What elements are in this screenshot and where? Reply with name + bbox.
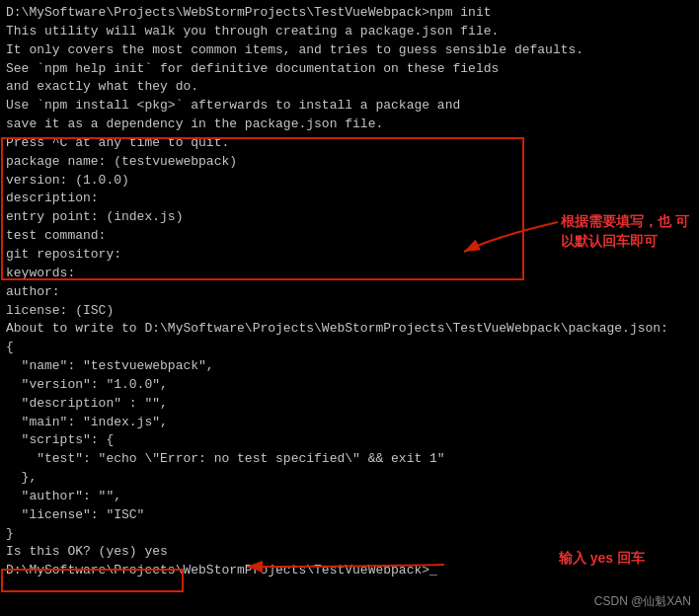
top-annotation: 根据需要填写，也 可以默认回车即可 [561, 212, 689, 251]
terminal-line: }, [6, 469, 693, 488]
terminal-window: D:\MySoftware\Projects\WebStormProjects\… [0, 0, 699, 616]
terminal-line: Use `npm install <pkg>` afterwards to in… [6, 97, 693, 116]
terminal-line: This utility will walk you through creat… [6, 23, 693, 41]
terminal-line: About to write to D:\MySoftware\Projects… [6, 320, 693, 339]
terminal-line: author: [6, 283, 693, 302]
terminal-line: { [6, 339, 693, 357]
terminal-line: license: (ISC) [6, 302, 693, 321]
terminal-line: "description" : "", [6, 395, 693, 414]
terminal-line: See `npm help init` for definitive docum… [6, 60, 693, 79]
terminal-line: save it as a dependency in the package.j… [6, 116, 693, 134]
terminal-line: "scripts": { [6, 431, 693, 450]
terminal-line: "version": "1.0.0", [6, 376, 693, 395]
bottom-annotation: 输入 yes 回车 [559, 549, 645, 569]
terminal-line: D:\MySoftware\Projects\WebStormProjects\… [6, 4, 693, 23]
terminal-line: It only covers the most common items, an… [6, 41, 693, 60]
terminal-output: D:\MySoftware\Projects\WebStormProjects\… [6, 4, 693, 580]
terminal-line: "name": "testvuewebpack", [6, 357, 693, 376]
terminal-line: "main": "index.js", [6, 414, 693, 432]
terminal-line: } [6, 525, 693, 544]
terminal-line: "test": "echo \"Error: no test specified… [6, 450, 693, 469]
terminal-line: "license": "ISC" [6, 506, 693, 525]
terminal-line: and exactly what they do. [6, 78, 693, 97]
bottom-arrow [197, 551, 454, 590]
confirm-box [1, 569, 184, 592]
terminal-line: "author": "", [6, 488, 693, 506]
watermark: CSDN @仙魁XAN [594, 593, 691, 610]
top-arrow [375, 192, 573, 271]
